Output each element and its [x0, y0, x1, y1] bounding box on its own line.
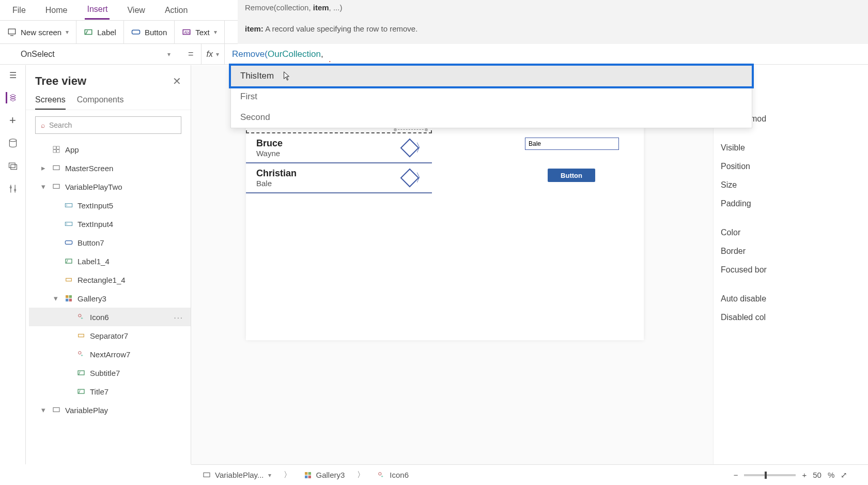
tree-tab-screens[interactable]: Screens	[35, 95, 66, 110]
menu-action[interactable]: Action	[163, 2, 190, 19]
breadcrumb-gallery[interactable]: Gallery3	[300, 471, 349, 479]
svg-rect-29	[69, 299, 72, 301]
new-screen-button[interactable]: New screen ▾	[0, 21, 76, 43]
intellisense-item-thisitem[interactable]: ThisItem	[231, 66, 752, 86]
rail-data-icon[interactable]	[7, 138, 19, 149]
zoom-in-button[interactable]: +	[802, 471, 807, 479]
edit-icon[interactable]: 〉	[403, 170, 427, 186]
label-icon	[64, 256, 73, 266]
tree-node-rectangle1_4[interactable]: Rectangle1_4	[29, 270, 191, 289]
tree-node-button7[interactable]: Button7	[29, 233, 191, 252]
tree-node-separator7[interactable]: Separator7	[29, 326, 191, 345]
sig-p2: item	[313, 3, 329, 12]
canvas-button[interactable]: Button	[548, 169, 595, 182]
insert-text-button[interactable]: Abc Text ▾	[175, 21, 225, 43]
svg-rect-14	[57, 146, 59, 149]
tree-node-textinput5[interactable]: TextInput5	[29, 196, 191, 215]
svg-text:+: +	[81, 316, 83, 321]
signature-line: Remove(collection, item, ...)	[245, 3, 861, 12]
svg-rect-7	[9, 163, 15, 168]
rail-media-icon[interactable]	[7, 160, 19, 172]
svg-rect-39	[305, 472, 307, 475]
tree-node-icon6[interactable]: +Icon6···	[29, 308, 191, 326]
breadcrumb-gallery-label: Gallery3	[316, 471, 345, 479]
breadcrumb-sep: 〉	[357, 470, 365, 480]
textinput-icon	[64, 219, 73, 229]
menu-home[interactable]: Home	[43, 2, 70, 19]
textinput-icon	[64, 201, 73, 210]
insert-button-button[interactable]: Button	[124, 21, 175, 43]
tree-node-title7[interactable]: Title7	[29, 382, 191, 401]
zoom-out-button[interactable]: −	[734, 471, 738, 479]
tree-node-nextarrow7[interactable]: +NextArrow7	[29, 345, 191, 363]
intellisense-item-first[interactable]: First	[231, 86, 752, 107]
tree-node-gallery3[interactable]: ▾Gallery3	[29, 289, 191, 308]
property-row-auto-disable[interactable]: Auto disable	[719, 290, 868, 308]
tree-view-title: Tree view	[35, 74, 86, 88]
search-icon: ⌕	[41, 121, 45, 129]
tree-node-label: VariablePlayTwo	[65, 183, 122, 191]
fit-to-window-icon[interactable]: ⤢	[841, 471, 847, 480]
svg-rect-41	[305, 475, 307, 478]
tree-search-input[interactable]: ⌕ Search	[35, 116, 181, 134]
more-icon[interactable]: ···	[174, 313, 183, 322]
property-selector[interactable]: OnSelect ▾	[0, 44, 181, 64]
sig-rest: , ...)	[329, 3, 343, 12]
svg-rect-23	[65, 241, 72, 245]
svg-rect-38	[204, 473, 210, 477]
breadcrumb-screen[interactable]: VariablePlay... ▾	[198, 471, 275, 479]
rect-icon	[64, 275, 73, 284]
property-row-visible[interactable]: Visible	[719, 139, 868, 157]
zoom-slider[interactable]	[744, 474, 796, 476]
svg-rect-21	[65, 222, 72, 226]
menu-view[interactable]: View	[125, 2, 147, 19]
tree-node-variableplay[interactable]: ▾VariablePlay	[29, 401, 191, 419]
intellisense-item-second[interactable]: Second	[231, 107, 752, 128]
breadcrumb-screen-label: VariablePlay...	[215, 471, 264, 479]
rail-tree-icon[interactable]	[6, 92, 17, 103]
rail-hamburger-icon[interactable]: ☰	[7, 69, 19, 81]
insert-label-button[interactable]: Label	[76, 21, 124, 43]
breadcrumb-control[interactable]: + Icon6	[373, 471, 413, 479]
tree-node-label1_4[interactable]: Label1_4	[29, 252, 191, 270]
rail-add-icon[interactable]: +	[7, 115, 19, 126]
menu-file[interactable]: File	[10, 2, 28, 19]
chevron-down-icon: ▾	[66, 28, 69, 36]
tree-node-label: VariablePlay	[65, 406, 108, 415]
property-row-padding[interactable]: Padding	[719, 194, 868, 213]
svg-text:+: +	[81, 353, 83, 358]
tree-node-subtitle7[interactable]: Subtitle7	[29, 363, 191, 382]
property-row-disabled-col[interactable]: Disabled col	[719, 308, 868, 327]
tree-node-textinput4[interactable]: TextInput4	[29, 215, 191, 233]
formula-input[interactable]: Remove(OurCollection, .	[225, 49, 868, 59]
textinput-2[interactable]	[525, 138, 619, 150]
property-row-size[interactable]: Size	[719, 176, 868, 194]
close-icon[interactable]: ✕	[173, 75, 181, 87]
rail-settings-icon[interactable]	[7, 183, 19, 194]
gallery-title: Bruce	[256, 138, 283, 149]
fx-indicator[interactable]: fx ▾	[201, 44, 225, 64]
gallery-row[interactable]: ChristianBale〉	[246, 163, 432, 193]
tree-node-app[interactable]: App	[29, 140, 191, 159]
tree-node-label: Button7	[78, 238, 104, 247]
edit-icon[interactable]: 〉	[403, 140, 427, 156]
search-placeholder: Search	[49, 121, 72, 129]
chevron-down-icon: ▾	[216, 51, 219, 58]
svg-rect-37	[53, 407, 59, 412]
gallery-row[interactable]: BruceWayne〉	[246, 133, 432, 163]
screen-icon	[52, 405, 61, 415]
tree-node-variableplaytwo[interactable]: ▾VariablePlayTwo	[29, 177, 191, 196]
tree-tab-components[interactable]: Components	[77, 95, 124, 110]
property-row-color[interactable]: Color	[719, 223, 868, 242]
property-row-border[interactable]: Border	[719, 242, 868, 261]
tree-node-masterscreen[interactable]: ▸MasterScreen	[29, 159, 191, 177]
menu-insert[interactable]: Insert	[85, 1, 110, 20]
property-row-position[interactable]: Position	[719, 157, 868, 176]
svg-rect-18	[53, 184, 59, 188]
tree-list: App▸MasterScreen▾VariablePlayTwoTextInpu…	[26, 140, 191, 464]
svg-rect-26	[66, 295, 68, 298]
property-row-focused-bor[interactable]: Focused bor	[719, 261, 868, 279]
intellisense-popup: ThisItem First Second	[230, 65, 752, 128]
svg-rect-8	[10, 165, 17, 170]
breadcrumb-bar: VariablePlay... ▾ 〉 Gallery3 〉 + Icon6	[191, 464, 713, 485]
